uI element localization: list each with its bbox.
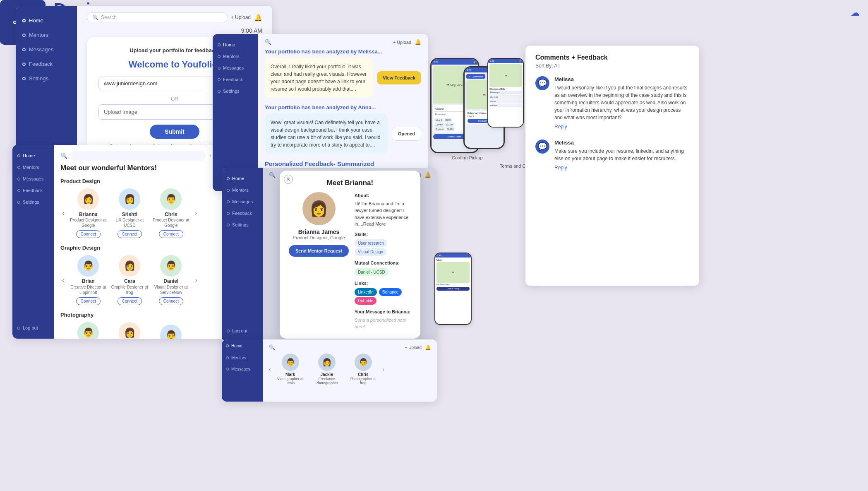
srishti-avatar: 👩 xyxy=(119,188,140,210)
sidebar-item-feedback[interactable]: Feedback xyxy=(16,57,77,71)
bottom-chris-name: Chris xyxy=(358,372,369,377)
comment-author-1: Melissa xyxy=(554,76,689,82)
bm-bell-icon[interactable]: 🔔 xyxy=(425,344,431,350)
bottom-card-jackie: 👩 Jackie Freelance Photographer xyxy=(310,354,344,385)
fb-search-icon: 🔍 xyxy=(265,39,271,45)
product-prev-arrow[interactable]: ‹ xyxy=(60,209,66,217)
home-dot-icon xyxy=(22,19,26,22)
mark-avatar: 👨 xyxy=(77,322,99,339)
upload-button[interactable]: + Upload xyxy=(231,14,251,20)
srishti-connect-btn[interactable]: Connect xyxy=(117,230,142,238)
sidebar-item-home[interactable]: Home xyxy=(16,13,77,28)
bottom-mentors-sidebar: Home Mentors Messages xyxy=(222,339,263,402)
brian-connect-btn[interactable]: Connect xyxy=(76,297,101,305)
fb-nav-feedback[interactable]: Feedback xyxy=(213,74,258,85)
fb-nav-messages[interactable]: Messages xyxy=(213,62,258,74)
brian-avatar: 👨 xyxy=(77,255,99,277)
bottom-phone-screen: 9:41 Uber 🗺 Left Union Bank Confirm Pick… xyxy=(435,253,471,324)
mentors-nav-home[interactable]: Home xyxy=(12,150,54,161)
mentor-card-brianna: 👩 Brianna Product Designer at Google Con… xyxy=(69,188,107,238)
modal-body: 👩 Brianna James Product Designer, Google… xyxy=(289,192,411,330)
about-text: Hi! I'm Brianna and I'm a lawyer turned … xyxy=(355,200,411,228)
comments-title: Comments + Feedback xyxy=(535,54,689,61)
jackie-avatar: 👩 xyxy=(119,322,140,339)
bm-next-arrow[interactable]: › xyxy=(383,366,385,373)
br-nav-home[interactable]: Home xyxy=(222,173,263,184)
br-nav-feedback[interactable]: Feedback xyxy=(222,207,263,219)
mentors-dot-icon xyxy=(22,34,26,37)
cara-title: Graphic Designer at frog xyxy=(110,284,149,295)
mentors-nav-logout[interactable]: Log out xyxy=(12,322,54,334)
mentors-sidebar: Home Mentors Messages Feedback Settings … xyxy=(12,145,54,339)
bm-nav-messages[interactable]: Messages xyxy=(222,363,263,375)
link-linkedin[interactable]: LinkedIn xyxy=(355,288,377,296)
modal-right: About: Hi! I'm Brianna and I'm a lawyer … xyxy=(355,192,411,330)
bm-upload-btn[interactable]: + Upload xyxy=(405,345,422,350)
daniel-connect-btn[interactable]: Connect xyxy=(159,297,183,305)
feedback-melissa-section: Your portfolio has been analyzed by Meli… xyxy=(265,48,421,98)
brianna-name: Brianna xyxy=(79,212,98,217)
mini-phone-1: 9:41⚡ 🗺 Choose a Ride Economy ▾ Uber X $… xyxy=(487,58,524,128)
br-nav-settings[interactable]: Settings xyxy=(222,219,263,231)
mentors-nav-settings[interactable]: Settings xyxy=(12,196,54,208)
bm-prev-arrow[interactable]: ‹ xyxy=(269,366,271,373)
product-design-row: ‹ 👩 Brianna Product Designer at Google C… xyxy=(60,188,237,238)
product-next-arrow[interactable]: › xyxy=(193,209,199,217)
fb-nav-settings[interactable]: Settings xyxy=(213,85,258,97)
graphic-next-arrow[interactable]: › xyxy=(193,277,199,284)
graphic-design-row: ‹ 👨 Brian Creative Director at Lippincot… xyxy=(60,255,237,305)
comment-author-2: Melissa xyxy=(554,140,689,146)
link-behance[interactable]: Behance xyxy=(379,288,402,296)
srishti-name: Srishti xyxy=(122,212,137,217)
brianna-sidebar: Home Mentors Messages Feedback Settings … xyxy=(222,168,263,342)
melissa-avatar-1: 💬 xyxy=(535,76,549,90)
cara-connect-btn[interactable]: Connect xyxy=(117,297,142,305)
bell-icon[interactable]: 🔔 xyxy=(254,14,262,22)
search-box[interactable]: 🔍 Search xyxy=(87,12,228,22)
search-icon: 🔍 xyxy=(92,14,98,20)
reply-link-1[interactable]: Reply xyxy=(554,124,689,130)
bm-nav-mentors[interactable]: Mentors xyxy=(222,352,263,363)
about-label: About: xyxy=(355,192,411,199)
nav-mentors-dot xyxy=(17,166,20,169)
view-feedback-btn[interactable]: View Feedback xyxy=(377,71,421,84)
brianna-avatar: 👩 xyxy=(77,188,99,210)
bm-topbar: 🔍 + Upload 🔔 xyxy=(269,344,431,350)
link-dribbble[interactable]: Dribbble xyxy=(355,297,376,305)
bottom-jackie-name: Jackie xyxy=(320,372,333,377)
mentors-nav-messages[interactable]: Messages xyxy=(12,173,54,185)
daniel-name: Daniel xyxy=(163,278,178,284)
brianna-modal-name: Brianna James xyxy=(298,229,340,235)
opened-btn[interactable]: Opened xyxy=(392,127,421,141)
fb-nav-home[interactable]: Home xyxy=(213,39,258,51)
mentors-panel: Home Mentors Messages Feedback Settings … xyxy=(12,145,244,339)
graphic-prev-arrow[interactable]: ‹ xyxy=(60,277,66,284)
links-label: Links: xyxy=(355,280,411,287)
chris-pd-avatar: 👨 xyxy=(160,188,182,210)
message-label: Your Message to Brianna: xyxy=(355,308,411,315)
reply-link-2[interactable]: Reply xyxy=(554,165,689,171)
fb-bell-icon[interactable]: 🔔 xyxy=(415,39,421,45)
fb-upload-btn[interactable]: + Upload xyxy=(393,40,411,45)
send-mentor-btn[interactable]: Send Mentor Request xyxy=(289,245,349,257)
br-nav-mentors[interactable]: Mentors xyxy=(222,184,263,196)
submit-button[interactable]: Submit xyxy=(150,125,199,139)
modal-overlay: ✕ Meet Brianna! 👩 Brianna James Product … xyxy=(263,168,437,342)
sidebar-item-settings[interactable]: Settings xyxy=(16,71,77,86)
mentors-nav-feedback[interactable]: Feedback xyxy=(12,185,54,196)
mentors-nav-mentors[interactable]: Mentors xyxy=(12,161,54,173)
br-nav-logout[interactable]: Log out xyxy=(222,325,263,337)
bm-nav-home[interactable]: Home xyxy=(222,339,263,352)
settings-dot-icon xyxy=(22,77,26,80)
sidebar-item-mentors[interactable]: Mentors xyxy=(16,28,77,42)
skills-tags: User research Visual Design xyxy=(355,239,411,256)
fb-nav-mentors[interactable]: Mentors xyxy=(213,51,258,62)
bottom-mark-name: Mark xyxy=(285,372,295,377)
brianna-connect-btn[interactable]: Connect xyxy=(76,230,101,238)
bottom-card-mark: 👨 Mark Videographer at Tesla xyxy=(273,354,307,385)
messages-dot-icon xyxy=(22,48,26,51)
sidebar-item-messages[interactable]: Messages xyxy=(16,42,77,57)
chris-pd-connect-btn[interactable]: Connect xyxy=(159,230,183,238)
photography-title: Photography xyxy=(60,312,237,318)
br-nav-messages[interactable]: Messages xyxy=(222,196,263,207)
